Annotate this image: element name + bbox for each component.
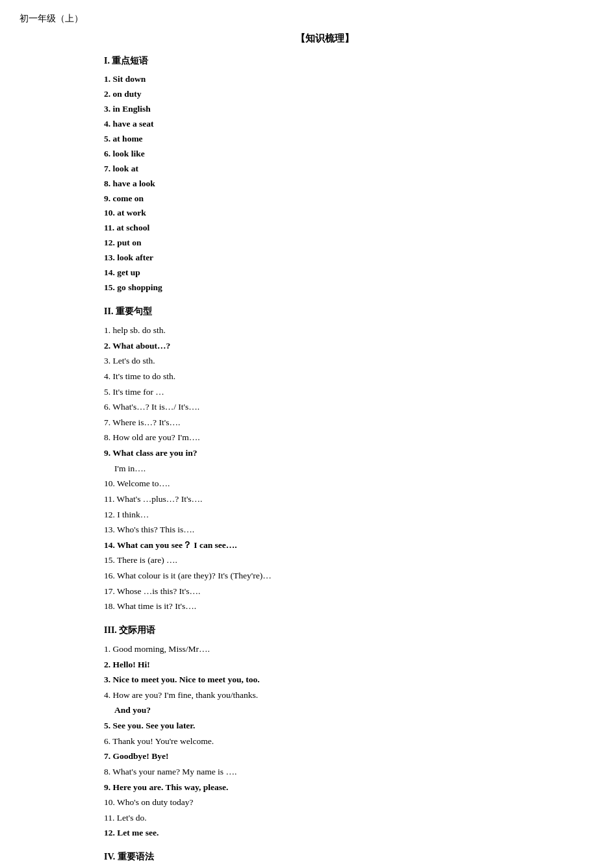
list-item: 8. What's your name? My name is …. bbox=[104, 764, 546, 780]
list-item: 10. Who's on duty today? bbox=[104, 795, 546, 810]
list-item: 9. Here you are. This way, please. bbox=[104, 780, 546, 795]
list-item: 11. What's …plus…? It's…. bbox=[104, 491, 546, 507]
list-item: 4. It's time to do sth. bbox=[104, 369, 546, 384]
sentence-list-2: 1. help sb. do sth.2. What about…?3. Let… bbox=[104, 323, 546, 614]
list-item: I'm in…. bbox=[114, 461, 546, 477]
list-item: 3. Nice to meet you. Nice to meet you, t… bbox=[104, 672, 546, 688]
list-item: 1. Sit down bbox=[104, 72, 546, 87]
section1-title: I. 重点短语 bbox=[104, 55, 546, 67]
list-item: 6. What's…? It is…/ It's…. bbox=[104, 399, 546, 415]
list-item: 15. go shopping bbox=[104, 280, 546, 295]
list-item: 9. come on bbox=[104, 192, 546, 206]
list-item: 12. put on bbox=[104, 236, 546, 251]
list-item: 5. See you. See you later. bbox=[104, 718, 546, 734]
list-item: 2. on duty bbox=[104, 87, 546, 102]
list-item: 12. Let me see. bbox=[104, 825, 546, 841]
knowledge-header: 【知识梳理】 bbox=[104, 32, 546, 45]
list-item: 6. Thank you! You're welcome. bbox=[104, 734, 546, 749]
list-item: 5. at home bbox=[104, 132, 546, 147]
list-item: 3. in English bbox=[104, 102, 546, 117]
list-item: 6. look like bbox=[104, 147, 546, 162]
section4-title: IV. 重要语法 bbox=[104, 851, 546, 863]
list-item: 16. What colour is it (are they)? It's (… bbox=[104, 568, 546, 584]
list-item: 2. Hello! Hi! bbox=[104, 657, 546, 673]
list-item: 9. What class are you in? bbox=[104, 445, 546, 461]
list-item: 8. How old are you? I'm…. bbox=[104, 430, 546, 445]
section3-title: III. 交际用语 bbox=[104, 625, 546, 636]
list-item: 7. Where is…? It's…. bbox=[104, 415, 546, 430]
list-item: 3. Let's do sth. bbox=[104, 353, 546, 369]
list-item: 5. It's time for … bbox=[104, 384, 546, 400]
list-item: 18. What time is it? It's…. bbox=[104, 599, 546, 614]
section2-title: II. 重要句型 bbox=[104, 306, 546, 317]
list-item: 17. Whose …is this? It's…. bbox=[104, 584, 546, 599]
sentence-list-3: 1. Good morning, Miss/Mr….2. Hello! Hi!3… bbox=[104, 641, 546, 841]
list-item: 7. Goodbye! Bye! bbox=[104, 749, 546, 764]
list-item: 13. look after bbox=[104, 251, 546, 266]
list-item: 4. How are you? I'm fine, thank you/than… bbox=[104, 688, 546, 703]
list-item: 10. at work bbox=[104, 206, 546, 221]
list-item: 11. Let's do. bbox=[104, 810, 546, 826]
phrase-list: 1. Sit down2. on duty3. in English4. hav… bbox=[104, 72, 546, 295]
list-item: 8. have a look bbox=[104, 177, 546, 192]
list-item: 1. Good morning, Miss/Mr…. bbox=[104, 641, 546, 657]
list-item: 11. at school bbox=[104, 221, 546, 236]
list-item: 10. Welcome to…. bbox=[104, 476, 546, 491]
list-item: 14. What can you see？ I can see…. bbox=[104, 538, 546, 553]
list-item: 1. help sb. do sth. bbox=[104, 323, 546, 338]
list-item: 7. look at bbox=[104, 162, 546, 177]
page-title: 初一年级（上） bbox=[19, 13, 595, 25]
list-item: 13. Who's this? This is…. bbox=[104, 522, 546, 538]
list-item: 14. get up bbox=[104, 266, 546, 280]
list-item: 15. There is (are) …. bbox=[104, 552, 546, 568]
list-item: 2. What about…? bbox=[104, 338, 546, 354]
list-item: 4. have a seat bbox=[104, 117, 546, 132]
list-item: And you? bbox=[114, 702, 546, 718]
list-item: 12. I think… bbox=[104, 507, 546, 523]
